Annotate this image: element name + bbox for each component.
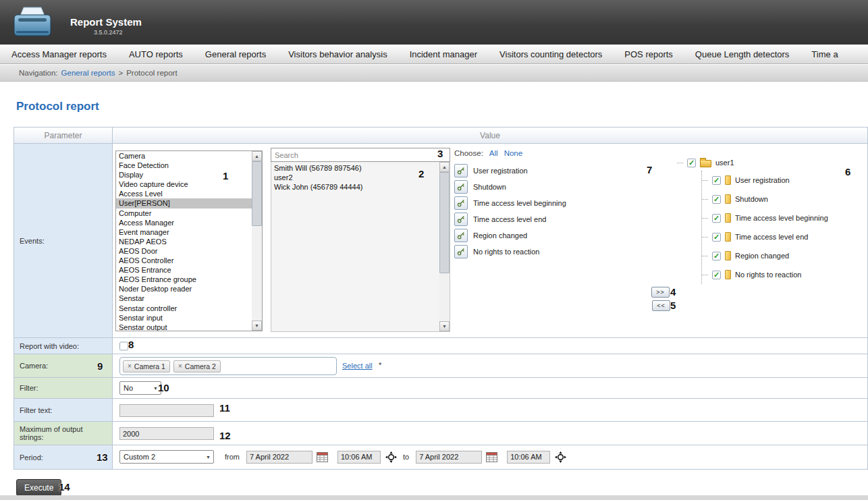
menu-item[interactable]: POS reports (624, 49, 673, 59)
period-preset-select[interactable]: Custom 2 ▼ (119, 450, 214, 464)
tree-child-row[interactable]: ✓ User registration (702, 171, 866, 190)
checkbox-checked-icon[interactable]: ✓ (687, 159, 696, 167)
chip-label: Camera 1 (134, 362, 165, 370)
search-input[interactable] (271, 148, 450, 162)
tree-root-row[interactable]: ✓ user1 (677, 155, 866, 171)
chip-remove-icon[interactable]: × (178, 362, 182, 370)
to-time-input[interactable] (507, 451, 550, 464)
scroll-up-icon[interactable]: ▲ (252, 151, 262, 161)
menu-item[interactable]: General reports (205, 49, 266, 59)
filter-text-input[interactable] (119, 404, 214, 417)
scroll-down-icon[interactable]: ▼ (439, 321, 450, 331)
event-type-option[interactable]: Face Detection (116, 161, 252, 170)
event-type-option[interactable]: Senstar controller (116, 304, 252, 313)
move-right-button[interactable]: >> (651, 287, 670, 298)
event-type-option[interactable]: Event manager (116, 227, 252, 237)
scroll-up-icon[interactable]: ▲ (439, 162, 450, 172)
event-type-option[interactable]: Camera (116, 151, 252, 161)
event-type-option[interactable]: AEOS Entrance (116, 265, 252, 275)
camera-chip-input[interactable]: × Camera 1 × Camera 2 (119, 357, 337, 375)
pick-time-crosshair-icon[interactable] (385, 451, 397, 463)
available-event-row[interactable]: User registration (454, 163, 650, 179)
calendar-icon[interactable] (317, 451, 328, 462)
event-doc-icon (725, 194, 731, 204)
available-event-row[interactable]: Time access level beginning (454, 195, 650, 211)
object-option[interactable]: Smith Will (56789 897546) (271, 163, 439, 173)
pick-time-crosshair-icon[interactable] (555, 451, 566, 463)
filter-select[interactable]: No ▼ (119, 381, 161, 395)
report-with-video-checkbox[interactable] (119, 341, 128, 350)
tree-child-row[interactable]: ✓ Region changed (702, 246, 866, 265)
event-type-option[interactable]: Senstar input (116, 313, 252, 323)
tree-child-row[interactable]: ✓ Shutdown (702, 190, 866, 209)
event-type-option[interactable]: Video capture device (116, 179, 252, 189)
tree-child-row[interactable]: ✓ Time access level end (702, 227, 866, 246)
event-type-option[interactable]: Access Manager (116, 218, 252, 227)
from-date-input[interactable] (246, 451, 313, 464)
scrollbar-track[interactable] (439, 172, 450, 321)
choose-none-link[interactable]: None (504, 149, 523, 157)
from-time-input[interactable] (337, 451, 381, 464)
checkbox-checked-icon[interactable]: ✓ (712, 176, 721, 185)
scrollbar-track[interactable] (252, 161, 262, 321)
to-date-input[interactable] (416, 451, 482, 464)
menu-item[interactable]: Time a (811, 49, 838, 59)
event-type-option[interactable]: Senstar output (116, 323, 252, 331)
checkbox-checked-icon[interactable]: ✓ (712, 214, 721, 223)
breadcrumb-separator: > (118, 69, 123, 77)
camera-row: Camera: × Camera 1 × Camera 2 Select all… (14, 354, 867, 378)
available-event-row[interactable]: Shutdown (454, 179, 650, 195)
event-type-option[interactable]: Noder Desktop reader (116, 284, 252, 294)
breadcrumb-link-general-reports[interactable]: General reports (61, 69, 115, 77)
menu-item[interactable]: AUTO reports (129, 49, 183, 59)
key-icon[interactable] (454, 213, 468, 226)
event-type-option[interactable]: Senstar (116, 294, 252, 303)
camera-chip[interactable]: × Camera 1 (123, 360, 170, 372)
key-icon[interactable] (454, 164, 468, 177)
key-icon[interactable] (454, 196, 468, 210)
available-event-row[interactable]: Region changed (454, 227, 650, 244)
event-type-option[interactable]: User[PERSON] (116, 198, 252, 208)
tree-child-row[interactable]: ✓ Time access level beginning (702, 209, 866, 227)
menu-item[interactable]: Incident manager (410, 49, 477, 59)
checkbox-checked-icon[interactable]: ✓ (712, 271, 721, 279)
scrollbar-thumb[interactable] (439, 172, 450, 273)
scroll-down-icon[interactable]: ▼ (252, 321, 262, 331)
execute-button[interactable]: Execute (16, 479, 61, 496)
object-option[interactable]: Wick John (456789 44444) (271, 182, 439, 192)
tree-root-label: user1 (715, 159, 734, 167)
event-type-option[interactable]: AEOS Door (116, 246, 252, 256)
scrollbar-thumb[interactable] (252, 161, 262, 226)
max-strings-input[interactable] (119, 427, 214, 440)
event-type-option[interactable]: AEOS Entrance groupe (116, 275, 252, 284)
event-type-option[interactable]: Access Level (116, 189, 252, 198)
menu-item[interactable]: Access Manager reports (11, 49, 107, 59)
key-icon[interactable] (454, 180, 468, 194)
select-all-link[interactable]: Select all (342, 362, 373, 370)
move-left-button[interactable]: << (652, 300, 670, 311)
available-event-row[interactable]: No rights to reaction (454, 244, 650, 260)
report-with-video-label: Report with video: (14, 338, 113, 354)
camera-chip[interactable]: × Camera 2 (173, 360, 221, 372)
menu-item[interactable]: Queue Length detectors (695, 49, 790, 59)
choose-all-link[interactable]: All (489, 149, 498, 157)
available-event-row[interactable]: Time access level end (454, 211, 650, 227)
checkbox-checked-icon[interactable]: ✓ (712, 252, 721, 260)
event-type-option[interactable]: AEOS Controller (116, 256, 252, 265)
object-option[interactable]: user2 (271, 173, 439, 182)
checkbox-checked-icon[interactable]: ✓ (712, 233, 721, 242)
menu-item[interactable]: Visitors counting detectors (499, 49, 602, 59)
tree-child-row[interactable]: ✓ No rights to reaction (702, 265, 866, 284)
calendar-icon[interactable] (486, 451, 497, 462)
menu-item[interactable]: Visitors behavior analysis (288, 49, 387, 59)
key-icon[interactable] (454, 229, 468, 242)
breadcrumb: Navigation: General reports > Protocol r… (0, 65, 868, 82)
event-type-scrollbar[interactable]: ▲ ▼ (252, 151, 262, 331)
event-type-option[interactable]: Display (116, 170, 252, 179)
object-list-scrollbar[interactable]: ▲ ▼ (439, 162, 450, 331)
chip-remove-icon[interactable]: × (128, 362, 132, 370)
event-type-option[interactable]: NEDAP AEOS (116, 237, 252, 246)
event-type-option[interactable]: Computer (116, 209, 252, 218)
key-icon[interactable] (454, 245, 468, 258)
checkbox-checked-icon[interactable]: ✓ (712, 195, 721, 204)
